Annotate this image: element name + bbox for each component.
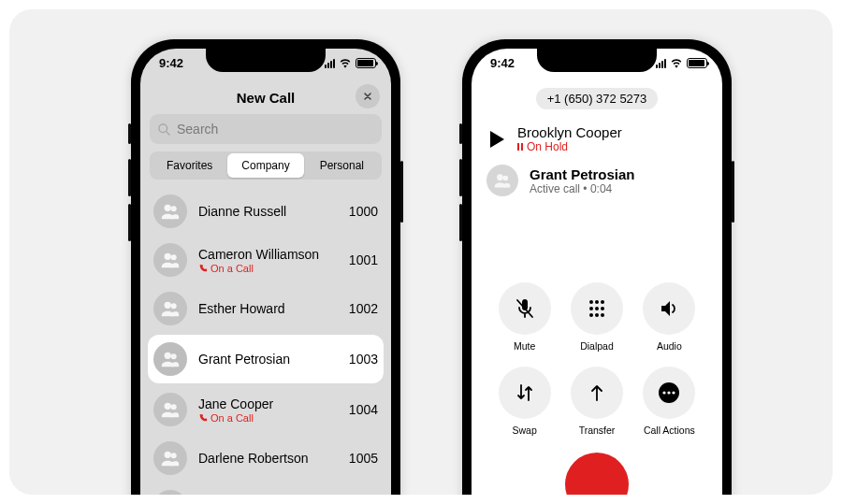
contact-extension: 1005 [349,451,378,466]
search-placeholder: Search [177,122,218,137]
svg-point-26 [595,313,599,317]
battery-icon [687,58,707,68]
contact-extension: 1001 [349,252,378,267]
tab-favorites[interactable]: Favorites [152,153,227,178]
svg-point-13 [171,453,177,458]
close-button[interactable] [356,84,380,108]
svg-point-30 [668,391,671,394]
wifi-icon [670,59,683,68]
svg-point-9 [171,353,177,359]
svg-point-4 [165,253,171,260]
mute-button[interactable]: Mute [492,282,557,352]
svg-point-27 [601,313,604,317]
contact-name: Darlene Robertson [198,451,338,466]
callactions-button[interactable]: Call Actions [637,367,702,436]
status-bar: 9:42 [140,49,391,80]
pause-icon [517,143,523,151]
held-call-status: On Hold [517,140,707,153]
avatar-icon [153,342,187,376]
contact-name: Eleanor Pena [198,494,338,496]
svg-point-21 [601,300,604,304]
contact-name: Dianne Russell [198,204,338,219]
status-icons [656,58,707,68]
search-input[interactable]: Search [150,114,382,144]
phone-new-call: 9:42 New Call Search [131,39,400,495]
svg-point-19 [589,300,593,304]
search-icon [157,122,171,137]
contact-row[interactable]: Cameron WilliamsonOn a Call1001 [140,236,391,284]
action-label: Audio [657,340,682,352]
callactions-icon [643,367,695,419]
end-call-button[interactable] [565,453,629,495]
svg-point-16 [497,174,503,180]
status-time: 9:42 [159,56,183,70]
action-label: Call Actions [644,425,695,436]
transfer-button[interactable]: Transfer [564,367,629,436]
dialpad-button[interactable]: Dialpad [564,282,629,352]
audio-button[interactable]: Audio [637,282,702,352]
svg-point-24 [601,307,604,310]
tab-bar: Favorites Company Personal [150,151,382,180]
svg-point-10 [165,403,171,410]
tab-company[interactable]: Company [227,153,303,178]
active-call-name: Grant Petrosian [530,166,707,182]
svg-point-25 [589,313,593,317]
contact-extension: 1002 [349,301,378,316]
avatar-icon [153,243,187,277]
avatar-icon [153,292,187,325]
svg-point-17 [503,176,509,181]
svg-point-5 [171,254,177,260]
contact-row[interactable]: Jane CooperOn a Call1004 [140,385,391,434]
svg-point-22 [589,307,593,310]
cellular-icon [325,59,335,68]
action-label: Swap [513,425,537,436]
mute-icon [499,282,551,335]
avatar-icon [486,165,518,196]
active-call-item[interactable]: Grant Petrosian Active call • 0:04 [472,159,722,202]
contact-extension: 1004 [349,402,378,417]
held-call-item[interactable]: Brooklyn Cooper On Hold [472,119,722,159]
svg-point-20 [595,300,599,304]
svg-point-23 [595,307,599,310]
contact-row[interactable]: Darlene Robertson1005 [140,434,391,482]
audio-icon [643,282,695,335]
contact-name: Grant Petrosian [198,352,338,367]
avatar-icon [153,194,187,228]
svg-point-3 [171,206,177,211]
contact-row[interactable]: Dianne Russell1000 [140,187,391,236]
contact-extension: 1000 [349,204,378,219]
page-title: New Call [237,90,296,106]
battery-icon [356,58,376,68]
contact-row[interactable]: Grant Petrosian1003 [148,335,384,383]
phone-active-call: 9:42 +1 (650) 372 5273 Brooklyn Cooper O… [462,39,732,495]
tab-personal[interactable]: Personal [304,153,380,178]
contact-name: Cameron Williamson [198,247,338,262]
svg-point-8 [165,353,171,359]
svg-point-7 [171,303,177,309]
contact-extension: 1003 [349,352,378,367]
transfer-icon [571,367,623,419]
avatar-icon [153,441,187,475]
play-icon [490,131,504,148]
svg-point-2 [165,205,171,211]
action-label: Mute [514,340,535,352]
action-label: Transfer [579,425,616,436]
svg-point-12 [165,452,171,458]
wifi-icon [339,59,352,68]
contact-name: Esther Howard [198,301,338,316]
svg-point-6 [165,302,171,309]
close-icon [362,91,373,102]
svg-point-11 [171,404,177,410]
contact-name: Jane Cooper [198,396,338,411]
call-actions-grid: MuteDialpadAudioSwapTransferCall Actions [472,282,722,436]
contact-status: On a Call [198,412,338,424]
swap-button[interactable]: Swap [492,367,557,436]
contact-row[interactable]: Esther Howard1002 [140,284,391,333]
contact-row[interactable]: Eleanor PenaIncoming Call1006 [140,482,391,495]
avatar-icon [153,393,187,426]
caller-number: +1 (650) 372 5273 [536,88,659,109]
svg-point-31 [673,391,675,394]
status-time: 9:42 [490,56,515,70]
status-bar: 9:42 [472,49,722,80]
contacts-list: Dianne Russell1000Cameron WilliamsonOn a… [140,187,391,495]
